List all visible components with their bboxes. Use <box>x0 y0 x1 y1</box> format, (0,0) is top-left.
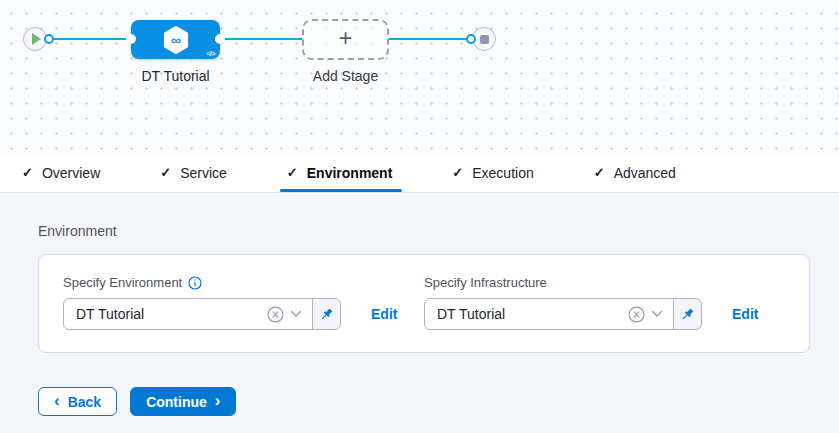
code-icon: </> <box>206 50 215 57</box>
chevron-down-icon[interactable] <box>651 310 663 318</box>
tab-label: Advanced <box>614 165 676 181</box>
edit-environment-link[interactable]: Edit <box>371 306 397 322</box>
info-icon[interactable] <box>188 276 202 290</box>
connector-line <box>49 38 131 40</box>
tab-overview[interactable]: ✓ Overview <box>22 153 100 192</box>
environment-select-value: DT Tutorial <box>76 306 267 322</box>
check-icon: ✓ <box>22 165 33 180</box>
continue-button[interactable]: Continue › <box>130 387 236 416</box>
stage-node-label: DT Tutorial <box>119 68 232 84</box>
environment-select[interactable]: DT Tutorial <box>63 298 313 330</box>
field-specify-infrastructure: Specify Infrastructure DT Tutorial <box>424 275 758 330</box>
chevron-down-icon[interactable] <box>290 310 302 318</box>
harness-cd-hexagon-icon: ∞ <box>160 24 192 56</box>
field-specify-environment: Specify Environment DT Tutorial <box>63 275 424 330</box>
clear-icon[interactable] <box>267 306 284 323</box>
play-icon <box>32 33 41 45</box>
footer-buttons: ‹ Back Continue › <box>38 387 810 416</box>
stage-node-dt-tutorial[interactable]: ∞ </> <box>131 20 220 59</box>
check-icon: ✓ <box>287 165 298 180</box>
field-label: Specify Environment <box>63 275 182 290</box>
svg-text:∞: ∞ <box>171 32 181 48</box>
pin-icon <box>319 307 334 322</box>
pipeline-canvas: ∞ </> DT Tutorial + Add Stage <box>0 0 839 153</box>
environment-card: Specify Environment DT Tutorial <box>38 254 810 353</box>
tab-execution[interactable]: ✓ Execution <box>452 153 533 192</box>
back-button[interactable]: ‹ Back <box>38 387 117 416</box>
check-icon: ✓ <box>594 165 605 180</box>
clear-icon[interactable] <box>628 306 645 323</box>
tab-label: Environment <box>307 165 393 181</box>
add-stage-label: Add Stage <box>294 68 397 84</box>
tab-label: Service <box>180 165 227 181</box>
tab-service[interactable]: ✓ Service <box>160 153 227 192</box>
edit-infrastructure-link[interactable]: Edit <box>732 306 758 322</box>
add-stage-button[interactable]: + <box>302 19 389 60</box>
pin-button[interactable] <box>312 298 341 330</box>
connector-port <box>44 34 54 44</box>
stage-tabbar: ✓ Overview ✓ Service ✓ Environment ✓ Exe… <box>0 153 839 193</box>
connector-port <box>126 34 136 44</box>
chevron-right-icon: › <box>215 392 221 409</box>
pin-icon <box>680 307 695 322</box>
tab-label: Execution <box>472 165 533 181</box>
field-label: Specify Infrastructure <box>424 275 547 290</box>
infrastructure-select[interactable]: DT Tutorial <box>424 298 674 330</box>
connector-line <box>388 38 472 40</box>
chevron-left-icon: ‹ <box>54 392 60 409</box>
pin-button[interactable] <box>673 298 702 330</box>
section-title: Environment <box>38 223 810 239</box>
plus-icon: + <box>338 26 352 50</box>
connector-line <box>220 38 303 40</box>
tab-environment[interactable]: ✓ Environment <box>287 153 392 192</box>
environment-tab-panel: Environment Specify Environment DT Tutor… <box>0 193 839 433</box>
connector-port <box>466 34 476 44</box>
connector-port <box>215 34 225 44</box>
check-icon: ✓ <box>452 165 463 180</box>
infrastructure-select-value: DT Tutorial <box>437 306 628 322</box>
check-icon: ✓ <box>160 165 171 180</box>
stop-icon <box>480 35 489 44</box>
tab-label: Overview <box>42 165 100 181</box>
tab-advanced[interactable]: ✓ Advanced <box>594 153 676 192</box>
